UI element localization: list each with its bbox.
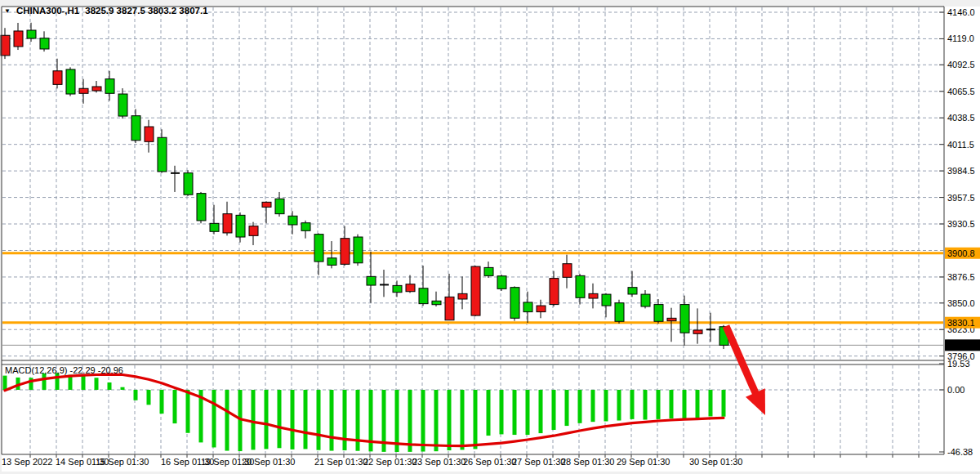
macd-histogram-bar	[670, 390, 674, 418]
price-axis-label: 4011.5	[947, 140, 974, 150]
chart-info-line: ▼ CHINA300-,H1 3825.9 3827.5 3803.2 3807…	[4, 5, 208, 16]
time-axis-label: 30 Sep 01:30	[689, 457, 742, 467]
trend-arrow-shaft[interactable]	[726, 326, 757, 397]
candle-body	[210, 223, 219, 231]
candle-body	[27, 30, 36, 38]
macd-histogram-bar	[343, 390, 347, 450]
candle-body	[419, 288, 428, 304]
macd-histogram-bar	[722, 390, 726, 417]
candle-body	[184, 173, 193, 195]
macd-histogram-bar	[95, 378, 99, 390]
chart-title: CHINA300-,H1	[16, 6, 79, 16]
candle-body	[641, 294, 650, 306]
candle-body	[458, 293, 467, 299]
macd-histogram-bar	[461, 390, 465, 449]
candle-body	[680, 305, 689, 333]
candle-body	[341, 239, 350, 265]
macd-histogram-bar	[565, 390, 569, 426]
time-axis-label: 22 Sep 01:30	[363, 457, 416, 467]
time-axis-label: 28 Sep 01:30	[561, 457, 614, 467]
macd-histogram-bar	[617, 390, 621, 421]
candle-body	[471, 266, 480, 315]
panel-borders	[2, 7, 944, 454]
candle-body	[40, 38, 49, 49]
candle-body	[236, 215, 245, 237]
candle-body	[79, 88, 88, 93]
candle-body	[158, 137, 167, 172]
macd-histogram-bar	[604, 390, 608, 422]
time-axis-label: 13 Sep 2022	[2, 457, 52, 467]
macd-histogram-bar	[487, 390, 491, 436]
price-axis-label: 3957.5	[947, 193, 975, 203]
time-axis-label: 21 Sep 01:30	[314, 457, 368, 467]
time-axis: 13 Sep 202214 Sep 01:3015 Sep 01:3016 Se…	[2, 454, 919, 467]
trading-chart-window: 4146.04119.04092.54065.54038.54011.53984…	[0, 0, 980, 474]
price-axis-label: 3876.5	[947, 272, 975, 282]
macd-histogram-bar	[630, 390, 635, 419]
price-axis-label: 4119.0	[947, 34, 974, 43]
macd-histogram-bar	[173, 390, 177, 423]
candle-body	[523, 302, 532, 312]
time-axis-label: 26 Sep 01:30	[463, 457, 516, 467]
macd-histogram-bar	[552, 390, 556, 430]
candle-body	[327, 258, 336, 266]
candle-body	[367, 276, 376, 285]
chart-canvas[interactable]: 4146.04119.04092.54065.54038.54011.53984…	[0, 0, 980, 474]
macd-histogram-bar	[265, 390, 269, 449]
candle-body	[406, 284, 415, 292]
macd-histogram-bar	[108, 382, 112, 390]
candle-body	[197, 194, 206, 221]
candle-body	[262, 202, 271, 207]
time-axis-label: 15 Sep 01:30	[96, 457, 149, 467]
macd-histogram-bar	[278, 390, 282, 448]
macd-histogram-bar	[408, 390, 412, 452]
macd-indicator-label: MACD(12,26,9) -22.29 -20.96	[5, 365, 123, 375]
price-axis-label: 4092.5	[947, 60, 975, 69]
macd-histogram-bar	[474, 390, 478, 449]
candle-body	[628, 288, 637, 294]
macd-histogram-bar	[696, 390, 700, 419]
candle-body	[53, 71, 62, 85]
candle-body	[66, 69, 75, 94]
macd-histogram-bar	[291, 390, 295, 449]
candle-body	[537, 306, 546, 312]
macd-histogram-bar	[513, 390, 517, 435]
macd-histogram-bar	[317, 390, 321, 450]
macd-histogram-bar	[330, 390, 334, 451]
macd-histogram-bar	[212, 390, 216, 447]
chart-dropdown-icon[interactable]: ▼	[4, 7, 11, 15]
candle-body	[301, 223, 310, 231]
macd-layer	[3, 373, 726, 452]
macd-histogram-bar	[526, 390, 530, 435]
price-axis: 4146.04119.04092.54065.54038.54011.53984…	[939, 7, 980, 457]
macd-histogram-bar	[134, 390, 138, 400]
last-price-sticker-text: 3807.1	[947, 340, 975, 350]
support-price-sticker-text: 3830.1	[947, 318, 975, 328]
candle-body	[92, 87, 101, 91]
macd-histogram-bar	[709, 390, 713, 416]
candles-layer	[1, 23, 728, 349]
candle-body	[693, 330, 702, 333]
candle-body	[432, 301, 441, 304]
candle-body	[131, 116, 140, 141]
macd-histogram-bar	[304, 390, 308, 449]
candle-body	[550, 279, 559, 305]
candle-body	[589, 293, 598, 298]
macd-histogram-bar	[434, 390, 439, 451]
macd-histogram-bar	[225, 390, 229, 451]
macd-histogram-bar	[539, 390, 543, 433]
macd-histogram-bar	[82, 376, 86, 390]
candle-body	[484, 267, 493, 275]
candle-body	[563, 264, 572, 278]
macd-histogram-bar	[591, 390, 595, 422]
candle-body	[118, 94, 127, 116]
price-axis-label: 4065.5	[947, 87, 975, 96]
candle-body	[145, 127, 154, 141]
macd-histogram-bar	[42, 373, 47, 390]
candle-body	[354, 237, 363, 263]
candle-body	[314, 235, 323, 262]
price-axis-label: 3850.0	[947, 298, 975, 308]
candle-body	[654, 305, 663, 322]
macd-histogram-bar	[252, 390, 256, 449]
macd-histogram-bar	[500, 390, 504, 434]
